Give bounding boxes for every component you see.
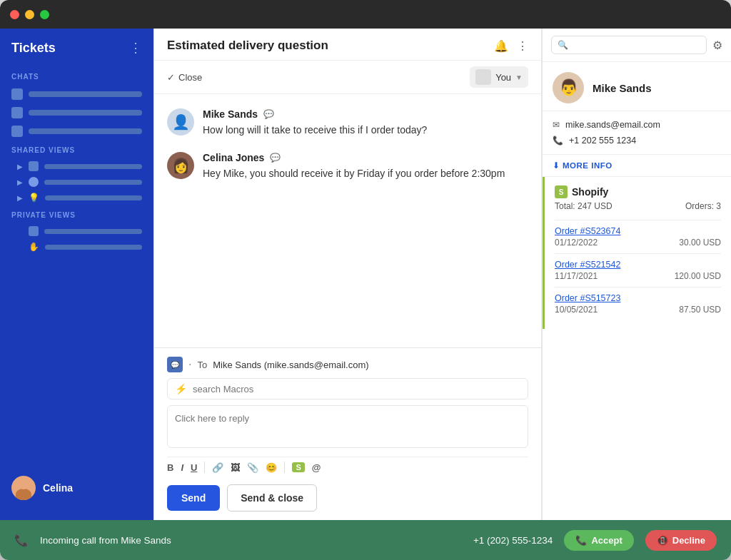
order-item-2: Order #S521542 11/17/2021 120.00 USD [555, 253, 721, 287]
order-amount-3: 87.50 USD [679, 305, 721, 315]
sidebar-item-shared-1[interactable]: ▶ [0, 158, 153, 174]
message-2: 👩 Celina Jones 💬 Hey Mike, you should re… [167, 152, 528, 181]
decline-phone-icon: 📵 [657, 535, 668, 546]
celina-message-body: Celina Jones 💬 Hey Mike, you should rece… [203, 152, 528, 181]
minimize-window-button[interactable] [25, 10, 34, 19]
contact-phone-row: 📞 +1 202 555 1234 [553, 133, 721, 148]
private-bar-1 [44, 229, 142, 234]
mike-avatar: 👤 [167, 108, 194, 136]
close-label: Close [178, 72, 202, 83]
settings-icon[interactable]: ⚙ [712, 39, 722, 52]
close-window-button[interactable] [10, 10, 19, 19]
ticket-title: Estimated delivery question [167, 39, 328, 53]
main-content: Tickets ⋮ CHATS SHARED VIEWS ▶ [0, 29, 731, 520]
assignee-badge[interactable]: You ▼ [470, 66, 528, 88]
assignee-name: You [495, 72, 511, 83]
reply-mode-icon: 💬 [167, 357, 183, 372]
shared-views-section-label: SHARED VIEWS [0, 141, 153, 158]
sidebar-item-chat-3[interactable] [0, 122, 153, 141]
shopify-toolbar-icon[interactable]: S [292, 462, 304, 472]
mike-message-body: Mike Sands 💬 How long will it take to re… [203, 108, 528, 138]
message-type-icon-2: 💬 [270, 153, 281, 163]
lightning-icon: ⚡ [175, 383, 187, 394]
incoming-call-icon: 📞 [14, 534, 29, 547]
ticket-header: Estimated delivery question 🔔 ⋮ [154, 29, 541, 61]
messages-area: 👤 Mike Sands 💬 How long will it take to … [154, 94, 541, 347]
send-close-button[interactable]: Send & close [227, 484, 317, 511]
more-info-button[interactable]: ⬇ MORE INFO [543, 155, 731, 177]
shared-icon-2 [29, 177, 39, 187]
shared-bar-2 [44, 180, 142, 185]
call-number: +1 (202) 555-1234 [473, 535, 553, 546]
sidebar-header: Tickets ⋮ [0, 40, 153, 67]
order-date-3: 10/05/2021 [555, 305, 598, 315]
sidebar-item-private-2[interactable]: ▶ ✋ [0, 239, 153, 255]
more-options-icon[interactable]: ⋮ [517, 39, 528, 53]
reply-textarea[interactable] [167, 405, 528, 448]
close-ticket-button[interactable]: ✓ Close [167, 72, 202, 83]
ticket-subheader: ✓ Close You ▼ [154, 61, 541, 94]
user-name: Celina [43, 482, 73, 494]
check-icon: ✓ [167, 72, 175, 83]
search-input[interactable] [573, 40, 700, 50]
emoji-button[interactable]: 😊 [266, 462, 277, 473]
call-text: Incoming call from Mike Sands [40, 535, 462, 546]
macro-search-line[interactable]: ⚡ [167, 378, 528, 399]
order-amount-1: 30.00 USD [679, 238, 721, 248]
order-meta-2: 11/17/2021 120.00 USD [555, 271, 721, 281]
reply-actions: Send Send & close [167, 484, 528, 511]
search-icon: 🔍 [558, 40, 568, 50]
order-link-1[interactable]: Order #S523674 [555, 226, 721, 236]
send-button[interactable]: Send [167, 485, 220, 511]
sidebar-item-chat-1[interactable] [0, 85, 153, 103]
link-button[interactable]: 🔗 [212, 462, 223, 473]
sidebar-footer: Celina [0, 467, 153, 509]
order-item-1: Order #S523674 01/12/2022 30.00 USD [555, 220, 721, 253]
search-box[interactable]: 🔍 [551, 36, 707, 54]
sidebar: Tickets ⋮ CHATS SHARED VIEWS ▶ [0, 29, 153, 520]
decline-call-button[interactable]: 📵 Decline [645, 530, 717, 551]
app-window: Tickets ⋮ CHATS SHARED VIEWS ▶ [0, 0, 731, 560]
contact-email: mike.sands@email.com [565, 120, 660, 130]
shopify-icon: S [555, 185, 568, 198]
image-button[interactable]: 🖼 [231, 462, 240, 473]
contact-card: 👨 Mike Sands [543, 62, 731, 111]
sidebar-item-chat-2[interactable] [0, 103, 153, 122]
order-link-2[interactable]: Order #S521542 [555, 260, 721, 270]
contact-phone: +1 202 555 1234 [569, 136, 636, 146]
phone-icon: 📞 [553, 136, 563, 146]
maximize-window-button[interactable] [40, 10, 49, 19]
reply-to-value: Mike Sands (mike.sands@email.com) [213, 360, 368, 370]
ticket-header-actions: 🔔 ⋮ [494, 39, 528, 53]
shopify-header: S Shopify [555, 185, 721, 198]
order-link-3[interactable]: Order #S515723 [555, 293, 721, 303]
shopify-meta: Total: 247 USD Orders: 3 [555, 201, 721, 211]
italic-button[interactable]: I [181, 462, 183, 473]
celina-message-header: Celina Jones 💬 [203, 152, 528, 163]
celina-message-text: Hey Mike, you should receive it by Frida… [203, 166, 528, 181]
reply-box: 💬 · To Mike Sands (mike.sands@email.com)… [154, 347, 541, 520]
macro-search-input[interactable] [193, 384, 520, 394]
celina-sender-name: Celina Jones [203, 152, 264, 163]
sidebar-item-shared-3[interactable]: ▶ 💡 [0, 190, 153, 205]
toolbar-separator-1 [204, 462, 205, 473]
shared-icon-1 [29, 161, 39, 171]
order-meta-1: 01/12/2022 30.00 USD [555, 238, 721, 248]
underline-button[interactable]: U [191, 462, 197, 473]
shopify-name: Shopify [572, 186, 608, 198]
bold-button[interactable]: B [167, 462, 173, 473]
sidebar-menu-icon[interactable]: ⋮ [129, 40, 142, 56]
reply-toolbar: B I U 🔗 🖼 📎 😊 S @ [167, 457, 528, 477]
reply-to-line: 💬 · To Mike Sands (mike.sands@email.com) [167, 357, 528, 372]
mention-button[interactable]: @ [312, 462, 321, 473]
sidebar-item-private-1[interactable]: ▶ [0, 223, 153, 239]
toolbar-separator-2 [284, 462, 285, 473]
mike-face: 👤 [167, 108, 194, 136]
alarm-icon[interactable]: 🔔 [494, 39, 508, 53]
arrow-icon-2: ▶ [17, 178, 23, 186]
attach-button[interactable]: 📎 [247, 462, 258, 473]
sidebar-item-shared-2[interactable]: ▶ [0, 174, 153, 190]
email-icon: ✉ [553, 120, 560, 130]
accept-call-button[interactable]: 📞 Accept [564, 530, 633, 551]
chat-bar-3 [29, 128, 142, 134]
